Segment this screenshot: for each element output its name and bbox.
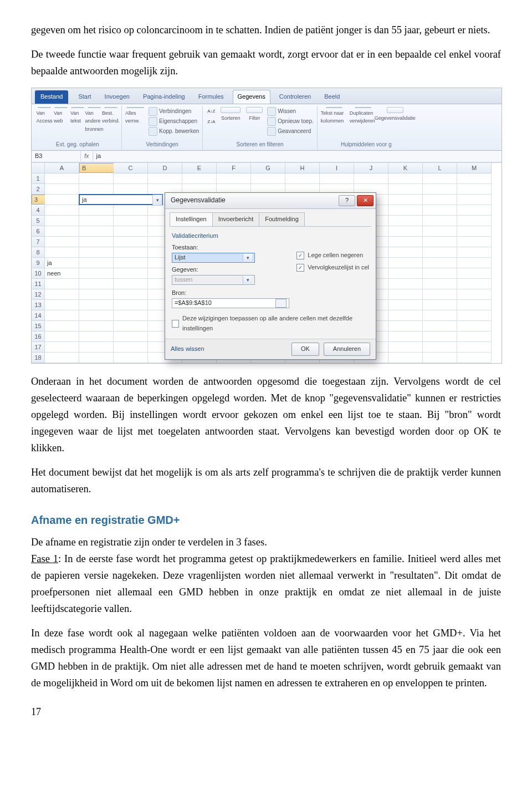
cell-C17[interactable] (114, 342, 148, 353)
btn-sorteren[interactable]: Sorteren (219, 107, 242, 123)
cell-K9[interactable] (388, 258, 423, 268)
cell-C14[interactable] (114, 310, 148, 321)
cell-C15[interactable] (114, 321, 148, 331)
row-header-11[interactable]: 11 (32, 279, 45, 289)
cell-A18[interactable] (45, 353, 79, 363)
cell-K7[interactable] (388, 237, 423, 247)
cell-B9[interactable] (79, 258, 114, 268)
btn-best-verbind[interactable]: Best. verbind. (104, 107, 118, 123)
cell-C10[interactable] (114, 268, 148, 279)
tab-controleren[interactable]: Controleren (275, 90, 315, 104)
cell-B10[interactable] (79, 268, 114, 279)
formula-input[interactable]: ja (93, 151, 502, 161)
cell-L3[interactable] (423, 195, 457, 205)
tab-bestand[interactable]: Bestand (35, 90, 68, 104)
cell-M17[interactable] (457, 342, 492, 353)
row-header-2[interactable]: 2 (32, 184, 45, 195)
cell-K15[interactable] (388, 321, 423, 331)
cell-M8[interactable] (457, 247, 492, 258)
cell-B4[interactable] (79, 205, 114, 216)
tab-invoegen[interactable]: Invoegen (100, 90, 134, 104)
btn-van-andere-bronnen[interactable]: Van andere bronnen (87, 107, 101, 123)
row-header-10[interactable]: 10 (32, 268, 45, 279)
name-box[interactable]: B3 (32, 151, 81, 161)
cell-L13[interactable] (423, 300, 457, 310)
btn-sort-za[interactable]: Z↓A (206, 118, 216, 127)
cell-C18[interactable] (114, 353, 148, 363)
cell-M15[interactable] (457, 321, 492, 331)
cell-A9[interactable]: ja (45, 258, 79, 268)
cell-K13[interactable] (388, 300, 423, 310)
cell-A15[interactable] (45, 321, 79, 331)
button-ok[interactable]: OK (291, 343, 319, 356)
cell-B12[interactable] (79, 289, 114, 300)
cell-K3[interactable] (388, 195, 423, 205)
link-alles-wissen[interactable]: Alles wissen (171, 344, 204, 354)
checkbox-vervolgkeuzelijst[interactable]: ✓Vervolgkeuzelijst in cel (296, 263, 369, 273)
btn-van-web[interactable]: Van web (54, 107, 68, 123)
row-header-14[interactable]: 14 (32, 310, 45, 321)
btn-wissen[interactable]: Wissen (267, 107, 296, 116)
btn-kopp-bewerken[interactable]: Kopp. bewerken (149, 127, 199, 136)
col-header-M[interactable]: M (457, 163, 492, 174)
btn-van-access[interactable]: Van Access (37, 107, 52, 123)
cell-B2[interactable] (79, 184, 114, 195)
cell-C8[interactable] (114, 247, 148, 258)
cell-K10[interactable] (388, 268, 423, 279)
cell-C5[interactable] (114, 216, 148, 226)
cell-D1[interactable] (148, 174, 182, 184)
row-header-15[interactable]: 15 (32, 321, 45, 331)
cell-B7[interactable] (79, 237, 114, 247)
cell-B15[interactable] (79, 321, 114, 331)
cell-M6[interactable] (457, 226, 492, 237)
cell-A1[interactable] (45, 174, 79, 184)
cell-A8[interactable] (45, 247, 79, 258)
col-header-F[interactable]: F (217, 163, 251, 174)
cell-A5[interactable] (45, 216, 79, 226)
cell-M14[interactable] (457, 310, 492, 321)
col-header-E[interactable]: E (182, 163, 217, 174)
cell-K12[interactable] (388, 289, 423, 300)
cell-L6[interactable] (423, 226, 457, 237)
cell-L15[interactable] (423, 321, 457, 331)
cell-L5[interactable] (423, 216, 457, 226)
btn-gegevensvalidatie[interactable]: Gegevensvalidatie (378, 107, 412, 123)
tab-start[interactable]: Start (74, 90, 95, 104)
cell-E1[interactable] (182, 174, 217, 184)
cell-B17[interactable] (79, 342, 114, 353)
cell-I1[interactable] (320, 174, 354, 184)
row-header-5[interactable]: 5 (32, 216, 45, 226)
cell-A12[interactable] (45, 289, 79, 300)
btn-sort-az[interactable]: A↓Z (206, 107, 216, 117)
btn-eigenschappen[interactable]: Eigenschappen (149, 117, 197, 126)
dialog-close-button[interactable]: ✕ (357, 195, 374, 206)
cell-K14[interactable] (388, 310, 423, 321)
cell-C16[interactable] (114, 331, 148, 342)
cell-L4[interactable] (423, 205, 457, 216)
btn-geavanceerd[interactable]: Geavanceerd (267, 127, 311, 136)
range-picker-icon[interactable] (275, 299, 287, 308)
cell-K2[interactable] (388, 184, 423, 195)
cell-L2[interactable] (423, 184, 457, 195)
cell-K1[interactable] (388, 174, 423, 184)
btn-alles-vernw[interactable]: Alles vernw. (125, 107, 145, 123)
cell-L9[interactable] (423, 258, 457, 268)
cell-K5[interactable] (388, 216, 423, 226)
cell-B16[interactable] (79, 331, 114, 342)
cell-M4[interactable] (457, 205, 492, 216)
cell-L8[interactable] (423, 247, 457, 258)
btn-duplicaten-verwijderen[interactable]: Duplicaten verwijderen (350, 107, 376, 123)
cell-A4[interactable] (45, 205, 79, 216)
cell-M3[interactable] (457, 195, 492, 205)
tab-formules[interactable]: Formules (194, 90, 228, 104)
cell-A16[interactable] (45, 331, 79, 342)
cell-B14[interactable] (79, 310, 114, 321)
cell-C4[interactable] (114, 205, 148, 216)
cell-C1[interactable] (114, 174, 148, 184)
cell-M7[interactable] (457, 237, 492, 247)
cell-K18[interactable] (388, 353, 423, 363)
cell-B5[interactable] (79, 216, 114, 226)
tab-pagina-indeling[interactable]: Pagina-indeling (139, 90, 190, 104)
cell-L7[interactable] (423, 237, 457, 247)
cell-A17[interactable] (45, 342, 79, 353)
